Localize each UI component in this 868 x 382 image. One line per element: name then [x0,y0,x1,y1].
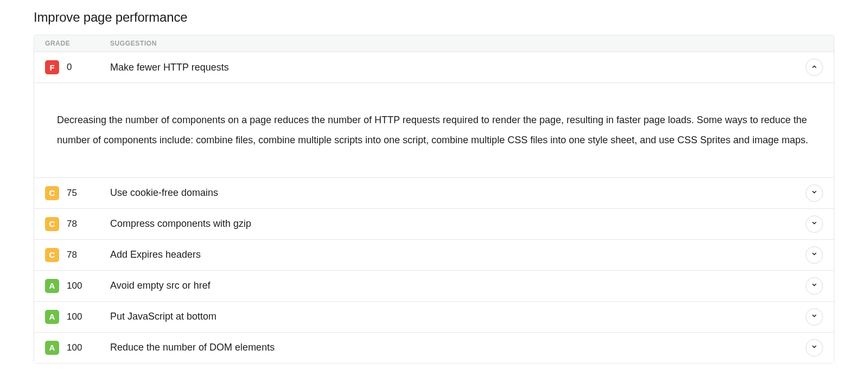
grade-badge: F [45,60,59,74]
grade-score: 100 [67,342,82,353]
grade-score: 0 [67,62,72,73]
table-row[interactable]: C78Compress components with gzip [34,209,834,240]
table-row[interactable]: F0Make fewer HTTP requests [34,52,834,83]
header-suggestion: SUGGESTION [110,40,823,47]
header-grade: GRADE [45,40,110,47]
grade-score: 100 [67,311,82,322]
suggestion-text: Make fewer HTTP requests [110,62,806,73]
grade-badge: C [45,217,59,231]
chevron-down-icon [811,251,818,259]
expand-button[interactable] [806,277,823,295]
grade-cell: F0 [45,60,110,74]
grade-cell: C75 [45,186,110,200]
suggestion-text: Use cookie-free domains [110,187,806,199]
table-row[interactable]: C75Use cookie-free domains [34,178,834,209]
page-title: Improve page performance [34,10,834,25]
chevron-up-icon [811,63,818,72]
chevron-down-icon [811,189,818,197]
grade-badge: A [45,310,59,324]
chevron-down-icon [811,220,818,228]
suggestion-text: Reduce the number of DOM elements [110,342,806,353]
chevron-down-icon [811,282,818,290]
expand-button[interactable] [806,246,823,264]
table-row[interactable]: C78Add Expires headers [34,240,834,271]
grade-cell: C78 [45,248,110,262]
table-row[interactable]: A100Put JavaScript at bottom [34,302,834,333]
chevron-down-icon [811,313,818,321]
table-header: GRADE SUGGESTION [34,35,834,52]
expand-button[interactable] [806,339,823,356]
expand-button[interactable] [806,184,823,202]
grade-badge: C [45,248,59,262]
grade-badge: A [45,279,59,293]
suggestion-text: Add Expires headers [110,249,806,260]
grade-badge: A [45,341,59,355]
table-row[interactable]: A100Avoid empty src or href [34,271,834,302]
grade-score: 75 [67,188,77,199]
suggestion-text: Avoid empty src or href [110,280,806,291]
chevron-down-icon [811,343,818,352]
row-detail: Decreasing the number of components on a… [34,83,834,178]
grade-cell: A100 [45,341,110,355]
grade-score: 78 [67,219,77,230]
expand-button[interactable] [806,215,823,233]
grade-cell: C78 [45,217,110,231]
collapse-button[interactable] [806,59,823,76]
table-row[interactable]: A100Reduce the number of DOM elements [34,333,834,363]
grade-score: 100 [67,281,82,291]
grade-badge: C [45,186,59,200]
performance-panel: GRADE SUGGESTION F0Make fewer HTTP reque… [34,35,834,364]
grade-cell: A100 [45,310,110,324]
grade-cell: A100 [45,279,110,293]
grade-score: 78 [67,250,77,260]
suggestion-text: Compress components with gzip [110,218,806,230]
suggestion-text: Put JavaScript at bottom [110,311,806,322]
expand-button[interactable] [806,308,823,326]
